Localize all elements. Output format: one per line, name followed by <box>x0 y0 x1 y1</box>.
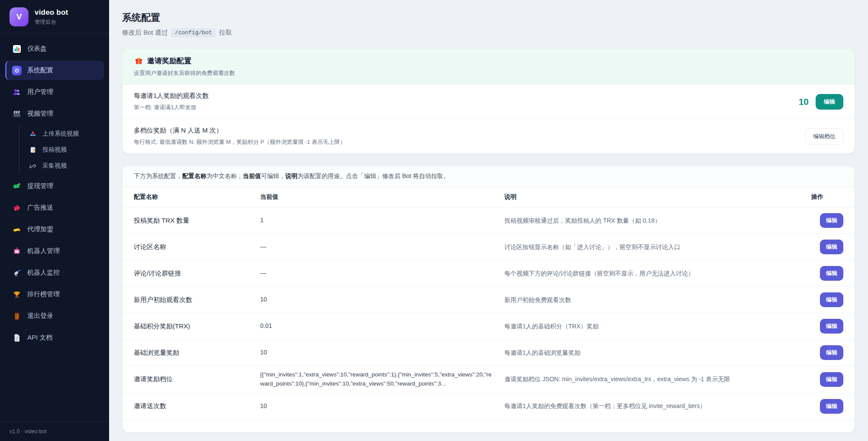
robot-icon <box>12 246 22 256</box>
edit-config-button[interactable]: 编辑 <box>820 345 843 360</box>
notice-bold: 说明 <box>285 172 297 179</box>
config-desc: 邀请奖励档位 JSON: min_invites/extra_views/ext… <box>504 375 801 384</box>
edit-config-button[interactable]: 编辑 <box>820 372 843 387</box>
invite-card-subtitle: 设置用户邀请好友后获得的免费观看次数 <box>134 69 843 77</box>
setting-hint: 第一档: 邀请满1人即发放 <box>134 104 209 111</box>
invite-card-title-text: 邀请奖励配置 <box>147 56 191 66</box>
sidebar-item-label: 仪表盘 <box>27 45 47 53</box>
edit-config-button[interactable]: 编辑 <box>820 213 843 228</box>
config-desc: 每邀请1人的基础浏览量奖励 <box>504 348 801 357</box>
users-icon <box>12 88 22 97</box>
per-invite-value: 10 <box>799 97 809 107</box>
invite-card-header: 邀请奖励配置 设置用户邀请好友后获得的免费观看次数 <box>123 49 855 84</box>
edit-config-button[interactable]: 编辑 <box>820 266 843 281</box>
table-row: 基础积分奖励(TRX) 0.01 每邀请1人的基础积分（TRX）奖励 编辑 <box>123 313 855 339</box>
sidebar-item-label: 采集视频 <box>42 162 67 170</box>
subtitle-suffix: 拉取 <box>219 29 232 37</box>
memo-icon <box>28 145 38 155</box>
table-row: 邀请奖励档位 [{"min_invites":1,"extra_views":1… <box>123 366 855 393</box>
sidebar-item-label: 代理加盟 <box>27 225 53 233</box>
notice-text: 下方为系统配置， <box>134 172 182 179</box>
sidebar-item-agents[interactable]: 代理加盟 <box>5 220 104 239</box>
sidebar-item-users[interactable]: 用户管理 <box>5 82 104 102</box>
sidebar-item-leaderboard[interactable]: 排行榜管理 <box>5 285 104 304</box>
sidebar-nav: 仪表盘 ⚙ 系统配置 用户管理 视频管理 上传系统视频 <box>0 34 109 422</box>
gear-icon: ⚙ <box>12 66 22 75</box>
config-value: 10 <box>260 348 494 357</box>
edit-config-button[interactable]: 编辑 <box>820 240 843 254</box>
document-icon <box>12 333 22 343</box>
edit-per-invite-button[interactable]: 编辑 <box>816 94 843 110</box>
sidebar-item-label: 系统配置 <box>27 66 53 75</box>
video-submenu: 上传系统视频 投稿视频 采集视频 <box>19 126 104 174</box>
sidebar-item-video-management[interactable]: 视频管理 <box>5 104 104 123</box>
sidebar-item-withdrawals[interactable]: 提现管理 <box>5 176 104 196</box>
notice-text: 为中文名称， <box>207 172 243 179</box>
table-notice: 下方为系统配置，配置名称为中文名称，当前值可编辑，说明为该配置的用途。点击「编辑… <box>123 166 855 187</box>
table-row: 新用户初始观看次数 10 新用户初始免费观看次数 编辑 <box>123 286 855 313</box>
config-value: — <box>260 242 494 252</box>
upload-tray-icon <box>28 129 38 139</box>
edit-tiers-button[interactable]: 编辑档位 <box>805 128 843 145</box>
satellite-icon <box>12 268 22 278</box>
system-config-card: 下方为系统配置，配置名称为中文名称，当前值可编辑，说明为该配置的用途。点击「编辑… <box>122 165 855 433</box>
edit-config-button[interactable]: 编辑 <box>820 399 843 414</box>
sidebar-item-label: 用户管理 <box>27 88 53 96</box>
brand: V video bot 管理后台 <box>0 0 109 34</box>
link-icon <box>28 161 38 171</box>
sidebar-item-dashboard[interactable]: 仪表盘 <box>5 39 104 58</box>
sidebar-item-logout[interactable]: 退出登录 <box>5 306 104 326</box>
invite-row-per-invite: 每邀请1人奖励的观看次数 第一档: 邀请满1人即发放 10 编辑 <box>123 84 855 119</box>
notice-bold: 当前值 <box>243 172 261 179</box>
config-name: 评论/讨论群链接 <box>134 269 250 278</box>
config-name: 投稿奖励 TRX 数量 <box>134 217 250 225</box>
sidebar-item-label: 退出登录 <box>27 312 53 320</box>
sidebar-item-label: 机器人管理 <box>27 247 60 255</box>
config-value: — <box>260 269 494 278</box>
invite-row-tiers: 多档位奖励（满 N 人送 M 次） 每行格式: 最低邀请数 N: 额外浏览量 M… <box>123 119 855 153</box>
sidebar-item-label: 上传系统视频 <box>42 130 79 138</box>
config-name: 邀请送次数 <box>134 402 250 410</box>
column-header-desc: 说明 <box>504 193 801 201</box>
page-title: 系统配置 <box>122 11 855 24</box>
sidebar-item-bot-management[interactable]: 机器人管理 <box>5 241 104 261</box>
brand-title: video bot <box>35 8 68 17</box>
page-subtitle: 修改后 Bot 通过 /config/bot 拉取 <box>122 28 855 37</box>
sidebar-item-label: 机器人监控 <box>27 269 60 277</box>
sidebar-item-bot-monitor[interactable]: 机器人监控 <box>5 263 104 282</box>
edit-config-button[interactable]: 编辑 <box>820 292 843 307</box>
sidebar-item-label: API 文档 <box>27 334 52 342</box>
bar-chart-icon <box>12 44 22 54</box>
notice-bold: 配置名称 <box>182 172 207 179</box>
invite-card-title: 邀请奖励配置 <box>134 56 843 66</box>
door-icon <box>12 311 22 321</box>
column-header-value: 当前值 <box>260 193 494 201</box>
sidebar-item-upload-system-video[interactable]: 上传系统视频 <box>25 126 104 142</box>
invite-reward-card: 邀请奖励配置 设置用户邀请好友后获得的免费观看次数 每邀请1人奖励的观看次数 第… <box>122 48 855 154</box>
config-value: 10 <box>260 295 494 305</box>
config-value: 1 <box>260 216 494 225</box>
sidebar: V video bot 管理后台 仪表盘 ⚙ 系统配置 用户管理 视 <box>0 0 109 441</box>
sidebar-item-submitted-videos[interactable]: 投稿视频 <box>25 142 104 158</box>
sidebar-item-api-docs[interactable]: API 文档 <box>5 328 104 347</box>
config-name: 邀请奖励档位 <box>134 375 250 383</box>
gift-icon <box>134 56 143 66</box>
column-header-action: 操作 <box>811 193 843 201</box>
sidebar-item-label: 投稿视频 <box>42 146 67 154</box>
handshake-icon <box>12 225 22 234</box>
sidebar-version: v1.0 · video bot <box>0 422 109 441</box>
subtitle-prefix: 修改后 Bot 通过 <box>122 29 168 37</box>
sidebar-item-ads-push[interactable]: 广告推送 <box>5 198 104 217</box>
table-row: 评论/讨论群链接 — 每个视频下方的评论/讨论群链接（留空则不显示，用户无法进入… <box>123 260 855 286</box>
config-value: [{"min_invites":1,"extra_views":10,"rewa… <box>260 370 494 389</box>
config-value: 0.01 <box>260 321 494 331</box>
sidebar-item-label: 提现管理 <box>27 182 53 190</box>
sidebar-item-system-config[interactable]: ⚙ 系统配置 <box>5 61 104 80</box>
table-row: 讨论区名称 — 讨论区按钮显示名称（如「进入讨论」），留空则不显示讨论入口 编辑 <box>123 233 855 260</box>
config-desc: 新用户初始免费观看次数 <box>504 295 801 305</box>
edit-config-button[interactable]: 编辑 <box>820 319 843 334</box>
sidebar-item-collected-videos[interactable]: 采集视频 <box>25 158 104 174</box>
notice-text: 可编辑， <box>261 172 285 179</box>
sidebar-item-label: 视频管理 <box>27 110 53 118</box>
table-row: 投稿奖励 TRX 数量 1 投稿视频审核通过后，奖励投稿人的 TRX 数量（如 … <box>123 207 855 233</box>
